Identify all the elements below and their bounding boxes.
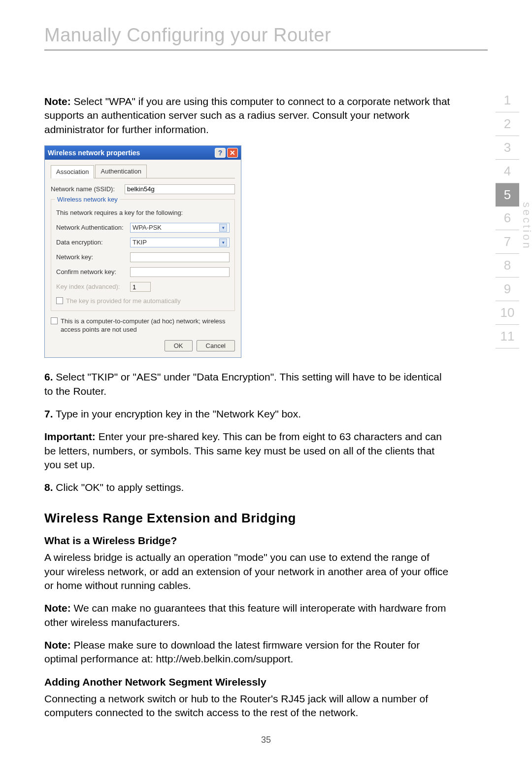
important-paragraph: Important: Enter your pre-shared key. Th… [44,430,451,472]
nav-8[interactable]: 8 [496,254,519,277]
confkey-label: Confirm network key: [56,268,130,276]
important-label: Important: [44,431,96,442]
step-6: 6. Select "TKIP" or "AES" under "Data En… [44,370,451,398]
dialog-tabs: Association Authentication [51,165,235,178]
nav-2[interactable]: 2 [496,112,519,136]
dataenc-value: TKIP [133,238,147,247]
step-text: Click "OK" to apply settings. [53,482,184,493]
keyindex-label: Key index (advanced): [56,282,130,291]
nav-10[interactable]: 10 [496,301,519,325]
step-text: Type in your encryption key in the "Netw… [53,408,301,419]
wireless-key-fieldset: Wireless network key This network requir… [51,199,235,311]
section-label: section [520,202,532,250]
note-text: Select "WPA" if you are using this compu… [44,96,450,135]
heading-wireless-range: Wireless Range Extension and Bridging [44,510,451,527]
step-num: 8. [44,482,53,493]
ssid-input[interactable] [125,184,235,194]
bridge-text: A wireless bridge is actually an operati… [44,551,451,592]
note-firmware: Note: Please make sure to download the l… [44,638,451,666]
dataenc-label: Data encryption: [56,238,130,247]
ssid-label: Network name (SSID): [51,185,125,194]
netauth-label: Network Authentication: [56,223,130,232]
step-8: 8. Click "OK" to apply settings. [44,481,451,494]
nav-4[interactable]: 4 [496,160,519,183]
tab-authentication[interactable]: Authentication [95,165,146,178]
important-text: Enter your pre-shared key. This can be f… [44,431,442,470]
chevron-down-icon: ▾ [219,224,227,232]
confkey-input[interactable] [130,267,230,277]
note-label: Note: [44,602,71,614]
nav-7[interactable]: 7 [496,230,519,254]
dataenc-select[interactable]: TKIP ▾ [130,238,230,247]
netkey-label: Network key: [56,253,130,262]
adhoc-checkbox[interactable] [51,317,58,324]
note-label: Note: [44,96,71,107]
step-num: 6. [44,371,53,382]
autokey-label: The key is provided for me automatically [66,297,181,306]
note-text: We can make no guarantees that this feat… [44,602,446,627]
help-icon[interactable]: ? [215,148,226,158]
step-num: 7. [44,408,53,419]
autokey-checkbox [56,297,63,304]
section-nav: 1 2 3 4 5 6 7 8 9 10 11 section [496,89,519,348]
tab-association[interactable]: Association [51,165,94,178]
nav-11[interactable]: 11 [496,325,519,348]
nav-5[interactable]: 5 [496,183,519,207]
chevron-down-icon: ▾ [219,239,227,246]
subhead-segment: Adding Another Network Segment Wirelessl… [44,675,451,689]
page-number: 35 [0,735,532,745]
step-7: 7. Type in your encryption key in the "N… [44,407,451,421]
cancel-button[interactable]: Cancel [197,340,235,352]
note-text: Please make sure to download the latest … [44,639,420,664]
note-paragraph: Note: Select "WPA" if you are using this… [44,95,451,137]
nav-6[interactable]: 6 [496,207,519,230]
fieldset-legend: Wireless network key [55,195,120,204]
page-title: Manually Configuring your Router [44,25,488,50]
netauth-select[interactable]: WPA-PSK ▾ [130,223,230,233]
nav-1[interactable]: 1 [496,89,519,112]
note-label: Note: [44,639,71,651]
nav-3[interactable]: 3 [496,136,519,160]
netauth-value: WPA-PSK [133,223,162,232]
subhead-bridge: What is a Wireless Bridge? [44,534,451,548]
dialog-titlebar: Wireless network properties ? ✕ [45,146,241,160]
wireless-properties-dialog: Wireless network properties ? ✕ Associat… [44,145,241,358]
netkey-input[interactable] [130,252,230,262]
keyindex-input [130,282,151,292]
adhoc-label: This is a computer-to-computer (ad hoc) … [61,317,235,334]
fieldset-info: This network requires a key for the foll… [56,208,230,217]
segment-text: Connecting a network switch or hub to th… [44,692,451,720]
nav-9[interactable]: 9 [496,277,519,301]
step-text: Select "TKIP" or "AES" under "Data Encry… [44,371,442,396]
note-interop: Note: We can make no guarantees that thi… [44,601,451,629]
ok-button[interactable]: OK [165,340,193,352]
dialog-title: Wireless network properties [48,148,140,158]
close-icon[interactable]: ✕ [227,148,238,158]
